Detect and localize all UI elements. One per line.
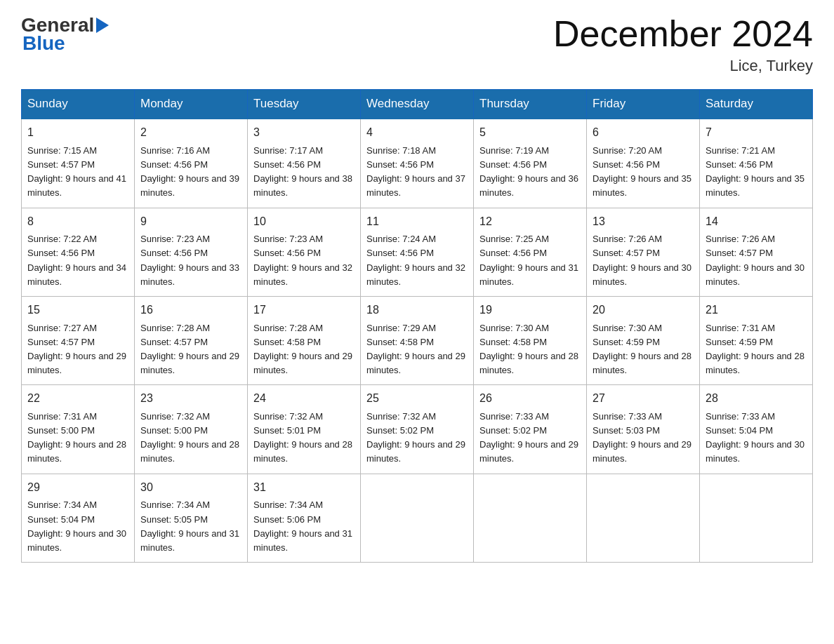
day-number: 9 (140, 213, 241, 231)
sunset-text: Sunset: 4:58 PM (479, 337, 547, 347)
sunset-text: Sunset: 4:56 PM (366, 159, 434, 170)
daylight-text: Daylight: 9 hours and 38 minutes. (253, 173, 352, 198)
calendar-cell: 30Sunrise: 7:34 AMSunset: 5:05 PMDayligh… (135, 474, 248, 562)
day-number: 19 (479, 302, 581, 319)
day-header-wednesday: Wednesday (361, 90, 474, 119)
sunset-text: Sunset: 4:57 PM (27, 337, 95, 347)
sunset-text: Sunset: 5:00 PM (27, 425, 95, 436)
day-number: 8 (27, 213, 128, 231)
sunset-text: Sunset: 4:56 PM (140, 159, 208, 170)
sunset-text: Sunset: 4:56 PM (140, 248, 208, 258)
daylight-text: Daylight: 9 hours and 36 minutes. (479, 173, 578, 198)
sunset-text: Sunset: 4:56 PM (253, 248, 321, 258)
daylight-text: Daylight: 9 hours and 34 minutes. (27, 262, 126, 287)
calendar-cell: 12Sunrise: 7:25 AMSunset: 4:56 PMDayligh… (474, 208, 587, 296)
sunset-text: Sunset: 4:56 PM (479, 248, 547, 258)
day-number: 25 (366, 390, 468, 408)
daylight-text: Daylight: 9 hours and 29 minutes. (593, 439, 691, 464)
day-header-saturday: Saturday (700, 90, 813, 119)
sunset-text: Sunset: 5:02 PM (366, 425, 434, 436)
sunrise-text: Sunrise: 7:23 AM (140, 234, 210, 244)
day-number: 6 (593, 124, 694, 142)
daylight-text: Daylight: 9 hours and 30 minutes. (27, 528, 126, 553)
sunset-text: Sunset: 4:56 PM (366, 248, 434, 258)
calendar-cell: 14Sunrise: 7:26 AMSunset: 4:57 PMDayligh… (700, 208, 813, 296)
daylight-text: Daylight: 9 hours and 29 minutes. (27, 351, 126, 375)
sunset-text: Sunset: 4:57 PM (593, 248, 660, 258)
sunset-text: Sunset: 4:59 PM (593, 337, 660, 347)
sunrise-text: Sunrise: 7:31 AM (706, 323, 775, 333)
daylight-text: Daylight: 9 hours and 39 minutes. (140, 173, 239, 198)
sunset-text: Sunset: 4:57 PM (140, 337, 208, 347)
day-number: 24 (253, 390, 355, 408)
day-number: 31 (253, 479, 355, 497)
daylight-text: Daylight: 9 hours and 29 minutes. (253, 351, 352, 375)
calendar-cell: 7Sunrise: 7:21 AMSunset: 4:56 PMDaylight… (700, 119, 813, 208)
calendar-week-row: 22Sunrise: 7:31 AMSunset: 5:00 PMDayligh… (22, 385, 813, 474)
day-number: 22 (27, 390, 128, 408)
daylight-text: Daylight: 9 hours and 29 minutes. (140, 351, 239, 375)
sunset-text: Sunset: 4:56 PM (27, 248, 95, 258)
day-number: 17 (253, 302, 355, 319)
calendar-cell: 23Sunrise: 7:32 AMSunset: 5:00 PMDayligh… (135, 385, 248, 474)
day-number: 21 (706, 302, 807, 319)
daylight-text: Daylight: 9 hours and 31 minutes. (479, 262, 578, 287)
day-number: 1 (27, 124, 128, 142)
calendar-cell: 24Sunrise: 7:32 AMSunset: 5:01 PMDayligh… (248, 385, 361, 474)
calendar-cell: 18Sunrise: 7:29 AMSunset: 4:58 PMDayligh… (361, 296, 474, 384)
sunset-text: Sunset: 4:56 PM (479, 159, 547, 170)
logo-triangle-icon (96, 18, 109, 36)
calendar-cell (361, 474, 474, 562)
sunset-text: Sunset: 4:58 PM (253, 337, 321, 347)
sunset-text: Sunset: 5:06 PM (253, 514, 321, 525)
day-number: 7 (706, 124, 807, 142)
daylight-text: Daylight: 9 hours and 37 minutes. (366, 173, 465, 198)
calendar-cell: 16Sunrise: 7:28 AMSunset: 4:57 PMDayligh… (135, 296, 248, 384)
daylight-text: Daylight: 9 hours and 31 minutes. (253, 528, 352, 553)
sunset-text: Sunset: 4:57 PM (27, 159, 95, 170)
calendar-cell: 4Sunrise: 7:18 AMSunset: 4:56 PMDaylight… (361, 119, 474, 208)
day-number: 3 (253, 124, 355, 142)
logo: General Blue (21, 14, 109, 55)
day-number: 10 (253, 213, 355, 231)
day-header-thursday: Thursday (474, 90, 587, 119)
calendar-cell: 26Sunrise: 7:33 AMSunset: 5:02 PMDayligh… (474, 385, 587, 474)
calendar-cell: 20Sunrise: 7:30 AMSunset: 4:59 PMDayligh… (587, 296, 700, 384)
sunrise-text: Sunrise: 7:34 AM (253, 499, 323, 510)
sunrise-text: Sunrise: 7:29 AM (366, 323, 436, 333)
svg-marker-0 (96, 18, 109, 33)
title-block: December 2024 Lice, Turkey (553, 14, 813, 75)
calendar-cell: 6Sunrise: 7:20 AMSunset: 4:56 PMDaylight… (587, 119, 700, 208)
daylight-text: Daylight: 9 hours and 28 minutes. (706, 351, 805, 375)
sunset-text: Sunset: 5:00 PM (140, 425, 208, 436)
sunset-text: Sunset: 5:05 PM (140, 514, 208, 525)
day-header-friday: Friday (587, 90, 700, 119)
sunrise-text: Sunrise: 7:17 AM (253, 145, 323, 156)
sunset-text: Sunset: 4:56 PM (253, 159, 321, 170)
calendar-cell: 19Sunrise: 7:30 AMSunset: 4:58 PMDayligh… (474, 296, 587, 384)
sunrise-text: Sunrise: 7:25 AM (479, 234, 549, 244)
day-number: 23 (140, 390, 241, 408)
day-number: 28 (706, 390, 807, 408)
calendar-cell: 25Sunrise: 7:32 AMSunset: 5:02 PMDayligh… (361, 385, 474, 474)
day-header-tuesday: Tuesday (248, 90, 361, 119)
daylight-text: Daylight: 9 hours and 30 minutes. (593, 262, 691, 287)
calendar-cell: 3Sunrise: 7:17 AMSunset: 4:56 PMDaylight… (248, 119, 361, 208)
sunset-text: Sunset: 4:56 PM (593, 159, 660, 170)
day-number: 29 (27, 479, 128, 497)
location-title: Lice, Turkey (553, 57, 813, 75)
calendar-table: SundayMondayTuesdayWednesdayThursdayFrid… (21, 89, 813, 563)
day-number: 27 (593, 390, 694, 408)
sunrise-text: Sunrise: 7:28 AM (253, 323, 323, 333)
sunrise-text: Sunrise: 7:26 AM (706, 234, 775, 244)
sunset-text: Sunset: 4:59 PM (706, 337, 773, 347)
calendar-cell (474, 474, 587, 562)
sunrise-text: Sunrise: 7:21 AM (706, 145, 775, 156)
calendar-week-row: 15Sunrise: 7:27 AMSunset: 4:57 PMDayligh… (22, 296, 813, 384)
sunset-text: Sunset: 5:02 PM (479, 425, 547, 436)
daylight-text: Daylight: 9 hours and 41 minutes. (27, 173, 126, 198)
sunrise-text: Sunrise: 7:19 AM (479, 145, 549, 156)
daylight-text: Daylight: 9 hours and 28 minutes. (27, 439, 126, 464)
sunrise-text: Sunrise: 7:20 AM (593, 145, 662, 156)
day-number: 15 (27, 302, 128, 319)
